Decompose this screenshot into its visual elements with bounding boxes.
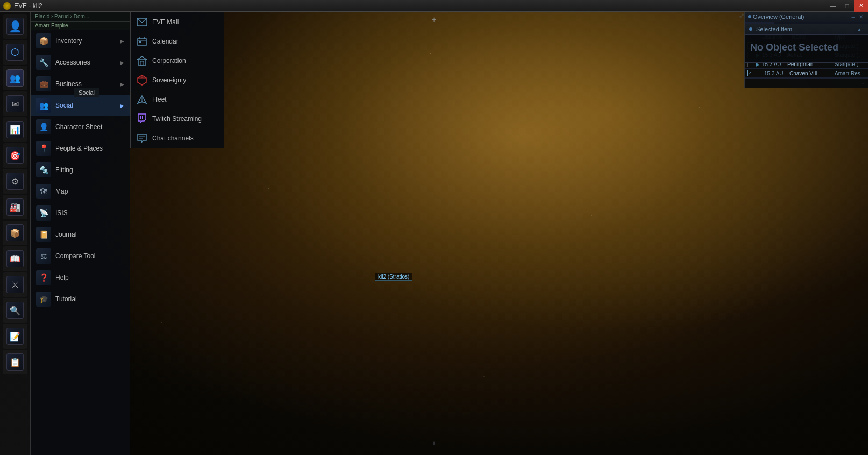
submenu-calendar-label: Calendar: [152, 38, 179, 45]
menu-item-social-label: Social: [55, 102, 73, 109]
sidebar: 👤 ⬡ 👥 ✉ 📊 🎯 ⚙ 🏭 📦: [0, 12, 31, 455]
overview-close-btn[interactable]: ✕: [857, 14, 865, 20]
menu-item-help-label: Help: [55, 274, 69, 281]
submenu-item-evemail[interactable]: EVE Mail: [131, 12, 224, 32]
menu-item-map[interactable]: 🗺 Map: [31, 181, 130, 202]
sidebar-item-market[interactable]: 📊: [3, 117, 27, 142]
overview-footer: ···: [745, 78, 868, 88]
menu-item-people-places-label: People & Places: [55, 145, 103, 152]
sidebar-item-missions[interactable]: 🎯: [3, 143, 27, 168]
arrow-icon-4: ▶: [120, 103, 124, 109]
sidebar-item-character[interactable]: 👤: [3, 14, 27, 39]
submenu-twitch-label: Twitch Streaming: [152, 115, 202, 123]
maximize-button[interactable]: □: [840, 0, 854, 12]
calendar-icon: [136, 35, 148, 47]
selected-item-header: Selected Item ▲: [745, 24, 868, 35]
location-text: Amarr Empire: [35, 23, 68, 29]
menu-item-social[interactable]: 👥 Social ▶: [31, 95, 130, 116]
close-button[interactable]: ✕: [854, 0, 868, 12]
menu-item-isis[interactable]: 📡 ISIS: [31, 202, 130, 224]
minimize-button[interactable]: —: [826, 0, 840, 12]
row-checkbox[interactable]: ✓: [747, 70, 753, 76]
sidebar-item-skills[interactable]: 📖: [3, 246, 27, 271]
submenu-item-corporation[interactable]: Corporation: [131, 51, 224, 70]
menu-item-journal[interactable]: 📔 Journal: [31, 224, 130, 245]
svg-rect-7: [140, 61, 144, 65]
sovereignty-icon: [136, 74, 148, 86]
window-title: EVE - kil2: [14, 2, 42, 10]
menu-item-character-sheet-label: Character Sheet: [55, 123, 102, 131]
submenu-corporation-label: Corporation: [152, 57, 186, 65]
sidebar-item-notes[interactable]: 📝: [3, 324, 27, 349]
breadcrumb-text: Placid › Parud › Dom...: [35, 13, 89, 19]
submenu-fleet-label: Fleet: [152, 96, 167, 103]
menu-item-fitting[interactable]: 🔩 Fitting: [31, 159, 130, 181]
sidebar-item-combat[interactable]: ⚔: [3, 272, 27, 297]
crosshair-top: +: [432, 15, 436, 24]
overview-header-label: Overview (General): [753, 13, 804, 20]
submenu-sovereignty-label: Sovereignty: [152, 76, 186, 84]
arrow-icon-3: ▶: [120, 81, 124, 87]
row-distance: 15.3 AU: [764, 70, 788, 76]
twitch-icon: [136, 113, 148, 125]
arrow-icon-2: ▶: [120, 60, 124, 66]
main-menu: Placid › Parud › Dom... Amarr Empire 📦 I…: [31, 12, 130, 455]
titlebar-left: EVE - kil2: [0, 2, 42, 10]
menu-item-isis-label: ISIS: [55, 209, 68, 217]
fleet-icon: [136, 94, 148, 105]
evemail-icon: [136, 16, 148, 28]
titlebar: EVE - kil2 — □ ✕: [0, 0, 868, 12]
submenu-chat-channels-label: Chat channels: [152, 134, 194, 142]
menu-item-tutorial[interactable]: 🎓 Tutorial: [31, 288, 130, 310]
menu-item-accessories-label: Accessories: [55, 59, 90, 66]
menu-item-compare-tool[interactable]: ⚖ Compare Tool: [31, 245, 130, 267]
selected-item-panel: Selected Item ▲ No Object Selected: [744, 24, 868, 63]
sidebar-item-map[interactable]: ⬡: [3, 40, 27, 65]
submenu-item-chat-channels[interactable]: Chat channels: [131, 129, 224, 148]
sidebar-item-station[interactable]: 🏭: [3, 195, 27, 219]
submenu-item-fleet[interactable]: Fleet: [131, 90, 224, 109]
menu-item-compare-tool-label: Compare Tool: [55, 252, 95, 260]
expand-icon[interactable]: ⤢: [739, 12, 744, 19]
overview-pin-btn[interactable]: –: [850, 14, 856, 20]
sidebar-item-industry[interactable]: ⚙: [3, 169, 27, 194]
titlebar-controls: — □ ✕: [826, 0, 868, 12]
svg-rect-5: [139, 41, 141, 43]
menu-item-business-label: Business: [55, 80, 82, 88]
panel-collapse-btn[interactable]: ▲: [855, 26, 864, 32]
submenu-item-sovereignty[interactable]: Sovereignty: [131, 70, 224, 90]
submenu-item-twitch[interactable]: Twitch Streaming: [131, 109, 224, 129]
corporation-icon: [136, 55, 148, 67]
sidebar-item-social[interactable]: 👥: [3, 66, 27, 90]
menu-item-accessories[interactable]: 🔧 Accessories ▶: [31, 52, 130, 73]
sidebar-item-mail[interactable]: ✉: [3, 91, 27, 116]
menu-item-tutorial-label: Tutorial: [55, 295, 77, 303]
panels-container: Selected Item ▲ No Object Selected Overv…: [744, 12, 868, 88]
menu-item-help[interactable]: ❓ Help: [31, 267, 130, 288]
overview-more-btn[interactable]: ···: [862, 80, 866, 86]
social-submenu: EVE Mail Calendar Corporation: [130, 12, 224, 148]
sidebar-item-assets[interactable]: 📦: [3, 221, 27, 245]
menu-item-people-places[interactable]: 📍 People & Places: [31, 138, 130, 159]
menu-item-fitting-label: Fitting: [55, 166, 73, 174]
menu-item-inventory-label: Inventory: [55, 37, 82, 45]
svg-rect-1: [138, 38, 146, 46]
sidebar-item-contracts[interactable]: 📋: [3, 350, 27, 374]
submenu-evemail-label: EVE Mail: [152, 18, 179, 26]
table-row[interactable]: ✓ 15.3 AU Chaven VIII Amarr Res: [745, 69, 868, 78]
menu-item-inventory[interactable]: 📦 Inventory ▶: [31, 30, 130, 52]
no-object-selected: No Object Selected: [745, 35, 868, 63]
chat-channels-icon: [136, 132, 148, 144]
row-name: Chaven VIII: [789, 70, 834, 76]
sidebar-item-scanner[interactable]: 🔍: [3, 298, 27, 323]
arrow-icon: ▶: [120, 38, 124, 44]
no-object-label: No Object Selected: [750, 42, 838, 53]
menu-item-map-label: Map: [55, 188, 68, 195]
menu-item-journal-label: Journal: [55, 231, 76, 238]
svg-rect-6: [138, 59, 146, 65]
menu-item-character-sheet[interactable]: 👤 Character Sheet: [31, 116, 130, 138]
social-tooltip: Social: [74, 88, 99, 97]
overview-header: Overview (General) – ✕: [745, 12, 868, 22]
submenu-item-calendar[interactable]: Calendar: [131, 32, 224, 51]
crosshair-bottom: +: [432, 439, 436, 447]
